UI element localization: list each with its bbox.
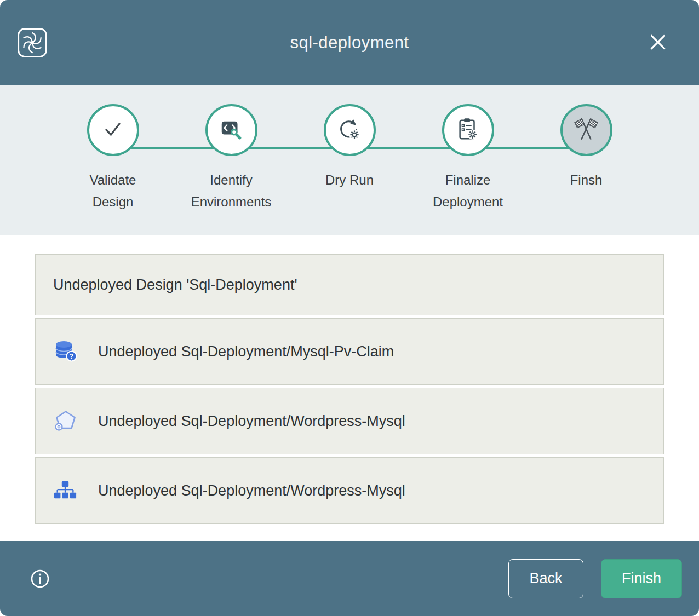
stepper-section: Validate Design Identify Environments bbox=[0, 85, 699, 235]
modal-title: sql-deployment bbox=[0, 33, 699, 53]
close-icon bbox=[648, 46, 668, 54]
step-label: Dry Run bbox=[325, 169, 374, 191]
step-validate-design[interactable]: Validate Design bbox=[54, 104, 172, 213]
step-circle bbox=[87, 104, 139, 156]
log-row-text: Undeployed Sql-Deployment/Wordpress-Mysq… bbox=[98, 413, 405, 430]
log-row-text: Undeployed Sql-Deployment/Wordpress-Mysq… bbox=[98, 482, 405, 499]
step-circle bbox=[560, 104, 612, 156]
finish-button[interactable]: Finish bbox=[601, 559, 682, 598]
code-wrench-icon bbox=[219, 117, 244, 144]
info-button[interactable] bbox=[30, 569, 50, 589]
log-row-design: Undeployed Design 'Sql-Deployment' bbox=[35, 254, 664, 315]
deployment-log-panel: Undeployed Design 'Sql-Deployment' ? Und… bbox=[35, 254, 664, 524]
deployment-wizard-modal: sql-deployment Validate Desi bbox=[0, 0, 699, 616]
modal-footer: Back Finish bbox=[0, 541, 699, 616]
step-circle bbox=[205, 104, 257, 156]
step-finalize-deployment[interactable]: Finalize Deployment bbox=[409, 104, 527, 213]
svg-text:?: ? bbox=[70, 353, 73, 360]
step-circle bbox=[442, 104, 494, 156]
log-row-wordpress-mysql-pod: Undeployed Sql-Deployment/Wordpress-Mysq… bbox=[35, 388, 664, 454]
log-row-text: Undeployed Design 'Sql-Deployment' bbox=[53, 277, 297, 293]
pod-icon bbox=[53, 408, 79, 434]
checkered-flags-icon bbox=[572, 116, 600, 145]
close-button[interactable] bbox=[648, 32, 668, 53]
back-button[interactable]: Back bbox=[508, 559, 583, 598]
sync-gear-icon bbox=[336, 116, 363, 145]
footer-buttons: Back Finish bbox=[508, 559, 682, 598]
step-label: Validate Design bbox=[68, 169, 158, 213]
cloudify-logo-icon bbox=[18, 28, 47, 60]
step-label: Finalize Deployment bbox=[423, 169, 513, 213]
step-circle bbox=[324, 104, 376, 156]
log-row-text: Undeployed Sql-Deployment/Mysql-Pv-Claim bbox=[98, 343, 394, 360]
step-label: Identify Environments bbox=[186, 169, 277, 213]
node-tree-icon bbox=[53, 479, 79, 503]
check-icon bbox=[100, 116, 126, 145]
modal-header: sql-deployment bbox=[0, 0, 699, 85]
content-area: Undeployed Design 'Sql-Deployment' ? Und… bbox=[0, 235, 699, 541]
database-icon: ? bbox=[53, 339, 79, 364]
step-label: Finsh bbox=[570, 169, 603, 191]
info-icon bbox=[30, 582, 50, 590]
deployment-stepper: Validate Design Identify Environments bbox=[54, 85, 645, 213]
step-finsh[interactable]: Finsh bbox=[527, 104, 645, 213]
log-row-mysql-pv-claim: ? Undeployed Sql-Deployment/Mysql-Pv-Cla… bbox=[35, 318, 664, 385]
step-dry-run[interactable]: Dry Run bbox=[290, 104, 409, 213]
log-row-wordpress-mysql-tree: Undeployed Sql-Deployment/Wordpress-Mysq… bbox=[35, 457, 664, 524]
step-identify-environments[interactable]: Identify Environments bbox=[172, 104, 290, 213]
clipboard-gear-icon bbox=[455, 117, 480, 144]
